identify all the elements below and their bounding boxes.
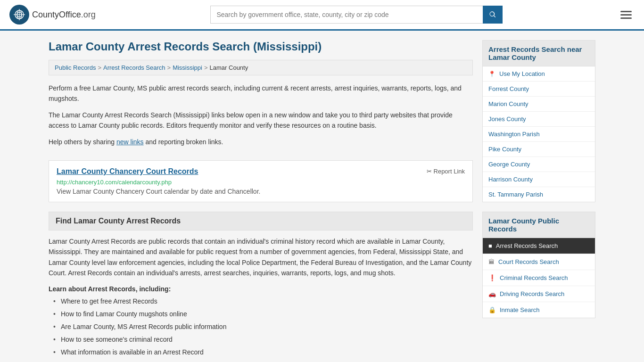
main-content: Lamar County Arrest Records Search (Miss… [49,40,473,361]
public-records-list: ■ Arrest Records Search 🏛 Court Records … [482,238,595,318]
court-icon: 🏛 [488,258,495,265]
breadcrumb-lamar-county: Lamar County [210,64,248,71]
driving-icon: 🚗 [488,290,496,297]
list-item: What information is available in an Arre… [53,347,473,357]
nearby-section-title: Arrest Records Search near Lamar County [482,40,595,66]
list-item: Where to get free Arrest Records [53,296,473,306]
link-card: Lamar County Chancery Court Records ✂ Re… [49,160,473,202]
description-2: The Lamar County Arrest Records Search (… [49,110,473,131]
public-records-section: Lamar County Public Records ■ Arrest Rec… [482,212,595,318]
find-section: Find Lamar County Arrest Records Lamar C… [49,212,473,357]
report-link-button[interactable]: ✂ Report Link [427,168,465,175]
learn-items-list: Where to get free Arrest Records How to … [49,296,473,357]
description-1: Perform a free Lamar County, MS public a… [49,83,473,104]
nearby-forrest[interactable]: Forrest County [483,82,595,97]
nearby-links: 📍 Use My Location Forrest County Marion … [482,66,595,202]
learn-list: Learn about Arrest Records, including: W… [49,285,473,357]
nearby-section: Arrest Records Search near Lamar County … [482,40,595,202]
pub-records-arrest[interactable]: ■ Arrest Records Search [483,238,595,254]
use-my-location-link[interactable]: Use My Location [499,70,545,77]
new-links-link[interactable]: new links [116,138,144,146]
breadcrumb-mississippi[interactable]: Mississippi [173,64,202,71]
link-card-header: Lamar County Chancery Court Records ✂ Re… [57,167,465,176]
site-header: CountyOffice.org [0,0,644,31]
list-item: How to see someone's criminal record [53,335,473,345]
link-card-url[interactable]: http://chancery10.com/calendarcounty.php [57,179,465,186]
breadcrumb-sep-2: > [167,64,171,71]
breadcrumb-sep-3: > [204,64,208,71]
nearby-marion[interactable]: Marion County [483,97,595,112]
menu-button[interactable] [618,8,635,22]
pub-records-inmate[interactable]: 🔒 Inmate Search [483,302,595,318]
list-item: How to find Lamar County mugshots online [53,309,473,319]
nearby-pike[interactable]: Pike County [483,142,595,157]
breadcrumb-arrest-records[interactable]: Arrest Records Search [103,64,165,71]
description-3: Help others by sharing new links and rep… [49,137,473,147]
breadcrumb-sep-1: > [98,64,101,71]
find-section-body: Lamar County Arrest Records are public r… [49,236,473,279]
pub-records-criminal[interactable]: ❗ Criminal Records Search [483,270,595,286]
nearby-st-tammany[interactable]: St. Tammany Parish [483,187,595,202]
sidebar: Arrest Records Search near Lamar County … [482,40,595,361]
link-card-title[interactable]: Lamar County Chancery Court Records [57,167,198,176]
list-item: Are Lamar County, MS Arrest Records publ… [53,322,473,332]
search-input[interactable] [210,6,483,24]
search-button[interactable] [483,6,503,24]
breadcrumb-public-records[interactable]: Public Records [55,64,96,71]
nearby-jones[interactable]: Jones County [483,112,595,127]
nearby-harrison[interactable]: Harrison County [483,172,595,187]
breadcrumb: Public Records > Arrest Records Search >… [49,60,473,75]
nearby-george[interactable]: George County [483,157,595,172]
find-section-heading: Find Lamar County Arrest Records [49,212,473,230]
logo-icon [9,5,29,25]
logo-area[interactable]: CountyOffice.org [9,5,96,25]
pub-records-driving[interactable]: 🚗 Driving Records Search [483,286,595,302]
logo-text: CountyOffice.org [32,10,96,20]
pub-records-court[interactable]: 🏛 Court Records Search [483,254,595,270]
criminal-icon: ❗ [488,274,496,281]
search-bar [210,6,503,24]
content-wrapper: Lamar County Arrest Records Search (Miss… [39,31,605,362]
description-area: Perform a free Lamar County, MS public a… [49,83,473,147]
scissors-icon: ✂ [427,168,432,175]
link-card-desc: View Lamar County Chancery Court calenda… [57,188,465,195]
arrest-icon: ■ [488,242,492,249]
nearby-washington[interactable]: Washington Parish [483,127,595,142]
location-pin-icon: 📍 [488,71,495,77]
page-title: Lamar County Arrest Records Search (Miss… [49,40,473,53]
public-records-section-title: Lamar County Public Records [482,212,595,238]
inmate-icon: 🔒 [488,306,496,313]
use-my-location-item[interactable]: 📍 Use My Location [483,66,595,82]
